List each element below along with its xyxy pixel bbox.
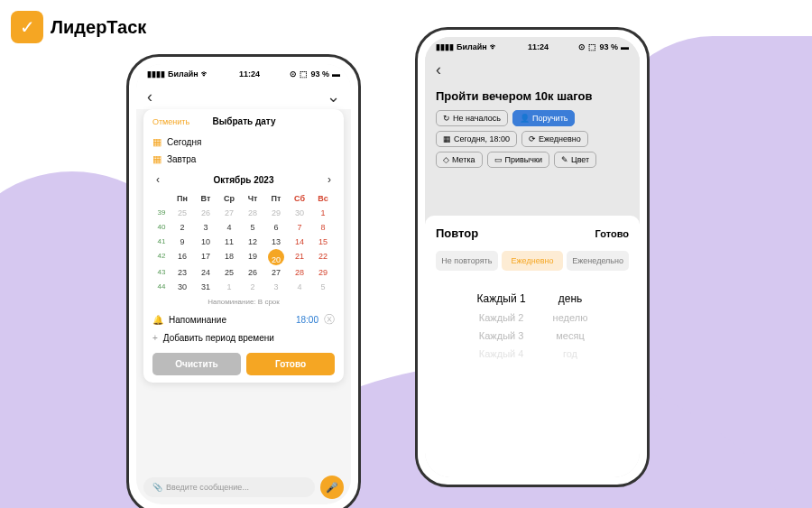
date-picker-modal: Отменить Выбрать дату ▦ Сегодня ▦ Завтра…	[143, 109, 344, 383]
cal-day[interactable]: 25	[217, 265, 241, 280]
cal-day[interactable]: 9	[171, 235, 194, 249]
cal-day[interactable]: 12	[241, 235, 264, 249]
battery-icon: ▬	[621, 42, 629, 51]
tag-icon: ◇	[443, 155, 449, 164]
cal-day[interactable]: 28	[241, 206, 264, 220]
cal-day[interactable]: 2	[241, 280, 264, 294]
calendar-grid: ПнВтСрЧтПтСбВс39252627282930140234567841…	[152, 191, 335, 294]
cal-day[interactable]: 4	[217, 220, 241, 235]
dow: Вт	[194, 191, 217, 206]
dow: Пн	[171, 191, 194, 206]
calendar-icon: ▦	[152, 136, 161, 148]
tag-chip[interactable]: ◇Метка	[436, 152, 483, 168]
cal-day[interactable]: 14	[288, 235, 311, 249]
status-chip[interactable]: ↻Не началось	[436, 110, 508, 126]
cal-day[interactable]: 1	[311, 206, 335, 220]
cal-day[interactable]: 29	[264, 206, 288, 220]
cal-day[interactable]: 1	[217, 280, 241, 294]
cal-day[interactable]: 20	[268, 249, 284, 265]
week-num: 43	[152, 265, 171, 280]
cal-day[interactable]: 10	[194, 235, 217, 249]
cal-day[interactable]: 31	[194, 280, 217, 294]
dow: Сб	[288, 191, 311, 206]
mic-button[interactable]: 🎤	[320, 476, 344, 499]
dow: Ср	[217, 191, 241, 206]
cal-day[interactable]: 26	[194, 206, 217, 220]
cal-day[interactable]: 24	[194, 265, 217, 280]
reminder-row[interactable]: 🔔 Напоминание 18:00 ⓧ	[152, 309, 335, 330]
cal-day[interactable]: 3	[194, 220, 217, 235]
cal-day[interactable]: 6	[264, 220, 288, 235]
cal-day[interactable]: 28	[288, 265, 311, 280]
cal-day[interactable]: 5	[241, 220, 264, 235]
cancel-button[interactable]: Отменить	[152, 117, 189, 126]
cal-day[interactable]: 4	[288, 280, 311, 294]
clear-reminder-icon[interactable]: ⓧ	[324, 312, 335, 328]
message-input[interactable]: 📎 Введите сообщение...	[143, 477, 315, 497]
cal-day[interactable]: 18	[217, 249, 241, 265]
seg-none[interactable]: Не повторять	[436, 251, 498, 271]
signal-icon: ▮▮▮▮	[147, 69, 165, 79]
seg-daily[interactable]: Ежедневно	[502, 251, 564, 271]
clear-button[interactable]: Очистить	[152, 353, 241, 375]
next-month-button[interactable]: ›	[324, 173, 335, 186]
cal-day[interactable]: 27	[217, 206, 241, 220]
expand-button[interactable]: ⌄	[327, 87, 340, 106]
week-num: 39	[152, 206, 171, 220]
cal-day[interactable]: 27	[264, 265, 288, 280]
add-period-row[interactable]: + Добавить период времени	[152, 330, 335, 346]
cal-day[interactable]: 7	[288, 220, 311, 235]
today-row[interactable]: ▦ Сегодня	[152, 134, 335, 151]
lock-icon: ⬚	[300, 69, 308, 79]
cal-day[interactable]: 26	[241, 265, 264, 280]
cal-day[interactable]: 25	[171, 206, 194, 220]
assign-chip[interactable]: 👤Поручить	[512, 110, 575, 126]
seg-weekly[interactable]: Еженедельно	[567, 251, 629, 271]
cal-day[interactable]: 11	[217, 235, 241, 249]
phone-left: ▮▮▮▮ Билайн ᯤ 11:24 ⊙ ⬚ 93 % ▬ ‹ ⌄ Отмен…	[126, 54, 361, 508]
cal-day[interactable]: 30	[171, 280, 194, 294]
repeat-picker[interactable]: Каждый 1 Каждый 2 Каждый 3 Каждый 4 день…	[436, 289, 629, 363]
brand: ✓ ЛидерТаск	[11, 11, 146, 43]
cal-day[interactable]: 21	[288, 249, 311, 265]
status-time: 11:24	[528, 42, 549, 51]
color-chip[interactable]: ✎Цвет	[554, 152, 596, 168]
cal-day[interactable]: 2	[171, 220, 194, 235]
repeat-chip[interactable]: ⟳Ежедневно	[521, 131, 588, 147]
dow: Вс	[311, 191, 335, 206]
reminder-time[interactable]: 18:00	[296, 315, 318, 325]
back-button[interactable]: ‹	[436, 60, 441, 79]
repeat-modal: Повтор Готово Не повторять Ежедневно Еже…	[425, 216, 640, 477]
cal-day[interactable]: 16	[171, 249, 194, 265]
date-chip[interactable]: ▦Сегодня, 18:00	[436, 131, 517, 147]
status-time: 11:24	[239, 69, 260, 79]
repeat-segments: Не повторять Ежедневно Еженедельно	[436, 251, 629, 271]
status-bar: ▮▮▮▮ Билайн ᯤ 11:24 ⊙ ⬚ 93 % ▬	[425, 37, 640, 57]
back-button[interactable]: ‹	[147, 88, 152, 106]
cal-day[interactable]: 5	[311, 280, 335, 294]
month-label: Октябрь 2023	[214, 175, 274, 185]
cal-day[interactable]: 17	[194, 249, 217, 265]
cal-day[interactable]: 30	[288, 206, 311, 220]
cal-day[interactable]: 22	[311, 249, 335, 265]
habits-chip[interactable]: ▭Привычки	[487, 152, 549, 168]
signal-icon: ▮▮▮▮	[436, 42, 454, 51]
cal-day[interactable]: 19	[241, 249, 264, 265]
cal-day[interactable]: 13	[264, 235, 288, 249]
task-detail: Пройти вечером 10к шагов ↻Не началось 👤П…	[425, 82, 640, 175]
alarm-icon: ⊙	[290, 69, 297, 79]
cal-day[interactable]: 29	[311, 265, 335, 280]
lock-icon: ⬚	[588, 42, 596, 51]
task-title: Пройти вечером 10к шагов	[436, 89, 629, 103]
prev-month-button[interactable]: ‹	[152, 173, 163, 186]
cal-day[interactable]: 15	[311, 235, 335, 249]
attach-icon[interactable]: 📎	[152, 483, 162, 492]
week-num: 42	[152, 249, 171, 265]
tomorrow-row[interactable]: ▦ Завтра	[152, 151, 335, 168]
week-num: 40	[152, 220, 171, 235]
cal-day[interactable]: 23	[171, 265, 194, 280]
repeat-done-button[interactable]: Готово	[595, 228, 629, 239]
done-button[interactable]: Готово	[246, 353, 335, 375]
cal-day[interactable]: 3	[264, 280, 288, 294]
cal-day[interactable]: 8	[311, 220, 335, 235]
